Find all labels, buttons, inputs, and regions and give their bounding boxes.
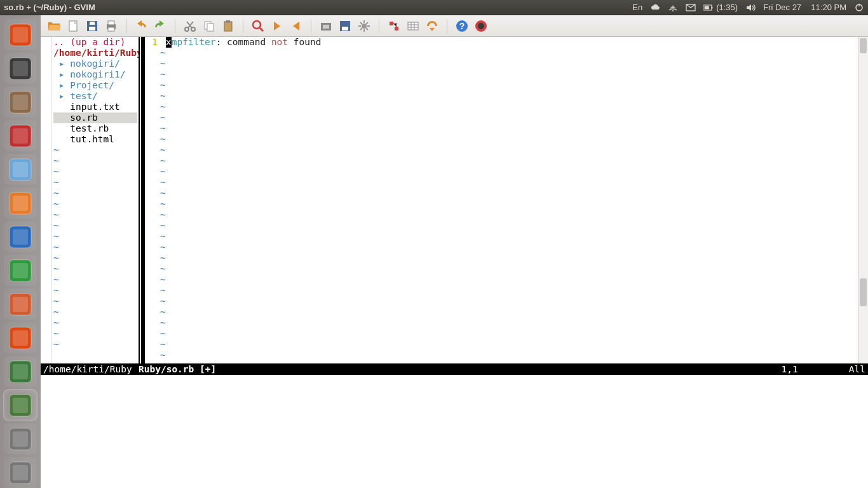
right-scrollbar[interactable] (858, 37, 868, 363)
tree-up-dir[interactable]: .. (up a dir) (53, 37, 137, 48)
status-file: Ruby/so.rb [+] (139, 364, 216, 374)
svg-rect-21 (13, 263, 28, 278)
left-scrollbar[interactable] (41, 37, 52, 363)
next-icon[interactable] (269, 18, 285, 34)
prev-icon[interactable] (288, 18, 304, 34)
jump-icon[interactable] (424, 18, 440, 34)
vim-statusline: /home/kirti/Ruby Ruby/so.rb [+] 1,1 All (41, 363, 868, 375)
svg-point-52 (362, 24, 367, 29)
tree-tilde: ~ (53, 220, 137, 231)
session-save-icon[interactable] (337, 18, 353, 34)
code-pane[interactable]: 1 xmpfilter: command not found~~~~~~~~~~… (145, 37, 858, 363)
empty-line-tilde: ~ (160, 274, 858, 285)
status-cwd: /home/kirti/Ruby (43, 364, 132, 374)
files-icon[interactable] (4, 86, 37, 118)
new-icon[interactable] (65, 18, 81, 34)
tree-tilde: ~ (53, 285, 137, 296)
paste-icon[interactable] (220, 18, 236, 34)
code-line[interactable]: xmpfilter: command not found (160, 37, 858, 48)
tree-file[interactable]: tut.html (53, 134, 137, 145)
redo-icon[interactable] (152, 18, 168, 34)
clock[interactable]: Fri Dec 27 11:20 PM (763, 3, 846, 12)
tree-dir[interactable]: ▸ test/ (53, 91, 137, 102)
app-icon[interactable] (4, 120, 37, 151)
stack-icon-2[interactable] (4, 457, 37, 488)
empty-line-tilde: ~ (160, 231, 858, 242)
tree-dir[interactable]: ▸ Project/ (53, 80, 137, 91)
empty-line-tilde: ~ (160, 166, 858, 177)
tree-tilde: ~ (53, 307, 137, 318)
help-icon[interactable]: ? (454, 18, 470, 34)
indicator-area: En (1:35) Fri Dec 27 11:20 PM (632, 3, 864, 13)
chromium-icon[interactable] (4, 154, 37, 185)
svg-rect-45 (224, 22, 232, 31)
svg-point-47 (253, 21, 261, 29)
svg-rect-31 (13, 431, 28, 447)
tree-file[interactable]: so.rb (53, 112, 137, 123)
empty-line-tilde: ~ (160, 210, 858, 220)
session-load-icon[interactable] (318, 18, 334, 34)
cloud-icon[interactable] (650, 3, 660, 13)
tree-cwd: /home/kirti/Ruby/ (53, 48, 137, 58)
sound-icon[interactable] (745, 3, 756, 13)
open-icon[interactable] (46, 18, 62, 34)
tree-file[interactable]: test.rb (53, 123, 137, 134)
empty-line-tilde: ~ (160, 177, 858, 188)
battery-indicator[interactable]: (1:35) (703, 3, 738, 13)
writer-icon[interactable] (4, 221, 37, 252)
firefox-icon[interactable] (4, 187, 37, 219)
empty-line-tilde: ~ (160, 112, 858, 123)
print-icon[interactable] (103, 18, 119, 34)
tree-dir[interactable]: ▸ nokogiri1/ (53, 69, 137, 80)
bug-icon[interactable] (473, 18, 489, 34)
vertical-split[interactable] (139, 37, 145, 363)
toolbar-separator (175, 19, 175, 33)
empty-line-tilde: ~ (160, 58, 858, 69)
command-area[interactable] (41, 375, 868, 488)
make-icon[interactable] (386, 18, 402, 34)
empty-line-tilde: ~ (160, 48, 858, 58)
tree-tilde: ~ (53, 177, 137, 188)
dash-icon[interactable] (4, 19, 37, 50)
gvim-icon[interactable] (4, 390, 37, 421)
tree-dir[interactable]: ▸ nokogiri/ (53, 58, 137, 69)
stack-icon-1[interactable] (4, 423, 37, 454)
tree-tilde: ~ (53, 264, 137, 274)
calc-icon[interactable] (4, 255, 37, 286)
software-icon[interactable] (4, 322, 37, 353)
svg-rect-19 (13, 229, 28, 245)
empty-line-tilde: ~ (160, 285, 858, 296)
maps-icon[interactable] (4, 356, 37, 387)
tree-tilde: ~ (53, 145, 137, 156)
svg-point-0 (672, 10, 674, 11)
session-icon[interactable] (854, 3, 864, 13)
svg-rect-23 (13, 297, 28, 312)
empty-line-tilde: ~ (160, 188, 858, 199)
svg-rect-40 (108, 27, 114, 31)
gvim-window: ? .. (up a dir)/home/kirti/Ruby/ ▸ nokog… (41, 15, 868, 488)
top-panel: so.rb + (~/Ruby) - GVIM En (1:35) Fri De… (0, 0, 868, 15)
toolbar-separator (447, 19, 447, 33)
svg-rect-29 (13, 398, 28, 413)
network-icon[interactable] (668, 3, 678, 13)
tree-file[interactable]: input.txt (53, 102, 137, 112)
tags-icon[interactable] (405, 18, 421, 34)
empty-line-tilde: ~ (160, 145, 858, 156)
cut-icon[interactable] (182, 18, 198, 34)
copy-icon[interactable] (201, 18, 217, 34)
svg-rect-17 (13, 196, 28, 211)
empty-line-tilde: ~ (160, 318, 858, 329)
tree-tilde: ~ (53, 274, 137, 285)
tree-tilde: ~ (53, 231, 137, 242)
undo-icon[interactable] (133, 18, 149, 34)
sublime-icon[interactable] (4, 53, 37, 84)
save-icon[interactable] (84, 18, 100, 34)
impress-icon[interactable] (4, 288, 37, 320)
mail-icon[interactable] (686, 3, 696, 13)
keyboard-indicator[interactable]: En (632, 3, 642, 12)
settings-icon[interactable] (356, 18, 372, 34)
nerdtree-pane[interactable]: .. (up a dir)/home/kirti/Ruby/ ▸ nokogir… (52, 37, 139, 363)
line-number: 1 (145, 37, 158, 48)
svg-rect-15 (13, 162, 28, 177)
find-icon[interactable] (250, 18, 266, 34)
